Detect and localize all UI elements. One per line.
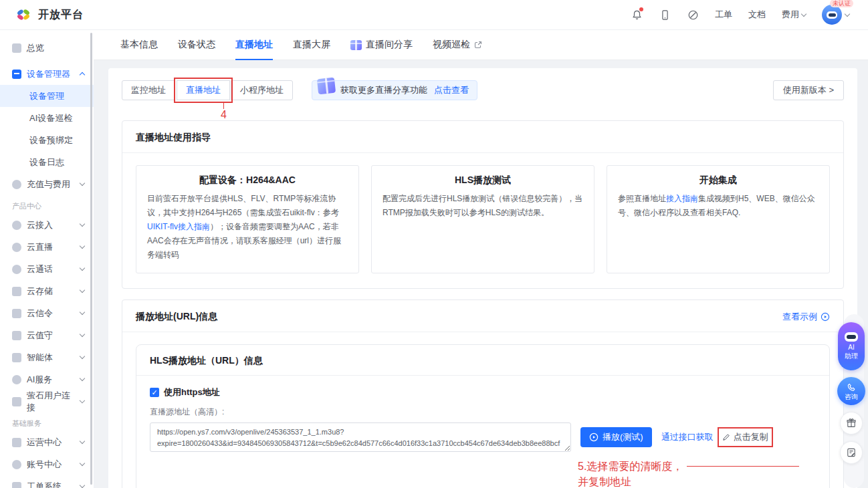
divider [122, 332, 843, 332]
chevron-down-icon [80, 287, 85, 293]
nav-fees[interactable]: 费用 [782, 9, 806, 21]
subtab-live-address[interactable]: 直播地址 [177, 80, 230, 100]
cloud-live-icon [12, 243, 21, 252]
sidebar-item-operation-center[interactable]: 运营中心 [0, 431, 94, 453]
sidebar-item-pre-binding[interactable]: 设备预绑定 [0, 129, 94, 151]
annotation-line [223, 103, 224, 109]
stream-hd-label: 直播源地址（高清）: [150, 406, 816, 418]
click-copy-button[interactable]: 点击复制 [720, 430, 770, 445]
sidebar-item-device-management[interactable]: 设备管理 [0, 85, 94, 107]
gift-button[interactable] [840, 412, 863, 435]
tab-basic-info[interactable]: 基本信息 [120, 30, 158, 60]
view-example-link[interactable]: 查看示例 [782, 311, 830, 323]
feedback-note-icon [846, 447, 857, 458]
url-section-title: 播放地址(URL)信息 [136, 311, 217, 323]
sidebar-item-account-center[interactable]: 账号中心 [0, 453, 94, 475]
sidebar-item-cloud-live[interactable]: 云直播 [0, 236, 94, 258]
promo-view-link[interactable]: 点击查看 [434, 84, 469, 96]
agent-icon [12, 353, 21, 362]
device-manager-icon [12, 70, 21, 79]
nav-docs[interactable]: 文档 [748, 9, 766, 21]
chevron-down-icon [80, 332, 85, 337]
chevron-down-icon [80, 243, 85, 249]
get-via-api-link[interactable]: 通过接口获取 [661, 431, 714, 443]
sidebar-item-recharge-fees[interactable]: 充值与费用 [0, 173, 94, 195]
guide-card-config-device: 配置设备：H264&AAC 目前萤石开放平台提供HLS、FLV、RTMP等标准流… [136, 165, 359, 273]
sidebar-item-overview[interactable]: 总览 [0, 37, 94, 59]
tab-video-inspection[interactable]: 视频巡检 [433, 30, 482, 60]
sidebar-item-cloud-guard[interactable]: 云值守 [0, 324, 94, 346]
floating-toolbar: AI 助理 咨询 [837, 322, 865, 464]
chevron-down-icon [80, 398, 85, 403]
sidebar-item-cloud-signal[interactable]: 云信令 [0, 302, 94, 324]
https-checkbox[interactable]: ✓ [150, 388, 159, 397]
mobile-icon[interactable] [659, 9, 671, 21]
gift-icon [846, 418, 857, 429]
ai-assistant-button[interactable]: AI 助理 [838, 322, 865, 370]
chevron-down-icon [80, 354, 85, 359]
avatar: 未认证 [822, 5, 842, 25]
cloud-signal-icon [12, 309, 21, 318]
gift-3d-icon [350, 40, 362, 50]
sidebar-item-device-manager[interactable]: 设备管理器 [0, 63, 94, 85]
chevron-down-icon [845, 11, 850, 16]
robot-icon [845, 332, 858, 342]
guide-cards: 配置设备：H264&AAC 目前萤石开放平台提供HLS、FLV、RTMP等标准流… [136, 165, 830, 273]
phone-icon [847, 382, 857, 392]
subtab-monitor-address[interactable]: 监控地址 [122, 80, 175, 100]
sidebar-item-cloud-storage[interactable]: 云存储 [0, 280, 94, 302]
sidebar-item-ezviz-user-connect[interactable]: 萤石用户连接 [0, 390, 94, 412]
tab-live-share[interactable]: 直播间分享 [350, 30, 413, 60]
guide-title: 直播地址使用指导 [136, 132, 830, 144]
circle-slash-icon[interactable] [687, 9, 699, 21]
chevron-down-icon [80, 439, 85, 444]
tab-live-address[interactable]: 直播地址 [235, 30, 273, 60]
subtab-miniprogram-address[interactable]: 小程序地址 [231, 80, 293, 100]
pencil-icon [722, 433, 730, 441]
operation-center-icon [12, 438, 21, 447]
pinwheel-logo-icon [15, 6, 32, 23]
sidebar-item-device-log[interactable]: 设备日志 [0, 151, 94, 173]
uikit-flv-guide-link[interactable]: UIKIT-flv接入指南 [147, 222, 210, 231]
sidebar-item-cloud-call[interactable]: 云通话 [0, 258, 94, 280]
status-badge: 未认证 [830, 0, 853, 7]
sidebar-scrollbar[interactable] [90, 33, 92, 485]
play-circle-icon [821, 312, 830, 322]
robot-avatar-icon [827, 11, 837, 19]
stream-hd-url-textarea[interactable]: https://open.ys7.com/v3/openlive/2453635… [150, 422, 571, 452]
sidebar-item-ticket-system[interactable]: 工单系统 [0, 475, 94, 488]
cloud-storage-icon [12, 287, 21, 296]
subtab-row: 监控地址 直播地址 小程序地址 4 获取更多直播分享功能 点击查看 [122, 80, 844, 100]
sidebar-item-agent[interactable]: 智能体 [0, 346, 94, 368]
sidebar-section-product-center: 产品中心 [0, 195, 94, 214]
user-avatar-menu[interactable]: 未认证 [822, 5, 849, 25]
tab-device-status[interactable]: 设备状态 [178, 30, 215, 60]
sidebar-item-ai-inspection[interactable]: AI设备巡检 [0, 107, 94, 129]
chevron-down-icon [80, 265, 85, 271]
notification-dot [639, 7, 643, 11]
hls-url-card: HLS播放地址（URL）信息 ✓ 使用https地址 直播源地址（高清）: ht… [136, 344, 830, 488]
main-area: 基本信息 设备状态 直播地址 直播大屏 直播间分享 视频巡检 [94, 30, 868, 488]
tab-live-screen[interactable]: 直播大屏 [293, 30, 330, 60]
nav-work-order[interactable]: 工单 [715, 9, 732, 21]
consult-button[interactable]: 咨询 [837, 377, 865, 405]
guide-card-integration: 开始集成 参照直播地址接入指南集成视频到H5、WEB、微信公众号、微信小程序以及… [607, 165, 830, 273]
play-test-button[interactable]: 播放(测试) [580, 427, 652, 447]
promo-banner: 获取更多直播分享功能 点击查看 [312, 80, 477, 100]
sidebar-item-ai-service[interactable]: AI服务 [0, 368, 94, 390]
promo-text: 获取更多直播分享功能 [340, 84, 427, 96]
play-url-section: 播放地址(URL)信息 查看示例 HLS播放地址（URL）信息 ✓ [122, 299, 844, 488]
sidebar-item-cloud-access[interactable]: 云接入 [0, 214, 94, 236]
bell-icon[interactable] [631, 9, 643, 21]
chevron-down-icon [80, 461, 85, 466]
chevron-down-icon [80, 180, 85, 186]
access-guide-link[interactable]: 接入指南 [666, 194, 698, 203]
chevron-down-icon [80, 483, 85, 488]
chevron-down-icon [80, 221, 85, 227]
annotation-step-4: 4 [221, 103, 227, 121]
annotation-step-5: 5.选择需要的清晰度， 并复制地址 [578, 459, 816, 488]
feedback-button[interactable] [840, 441, 863, 464]
use-new-version-button[interactable]: 使用新版本 > [773, 80, 844, 100]
chevron-up-icon [80, 72, 85, 78]
cloud-guard-icon [12, 331, 21, 340]
